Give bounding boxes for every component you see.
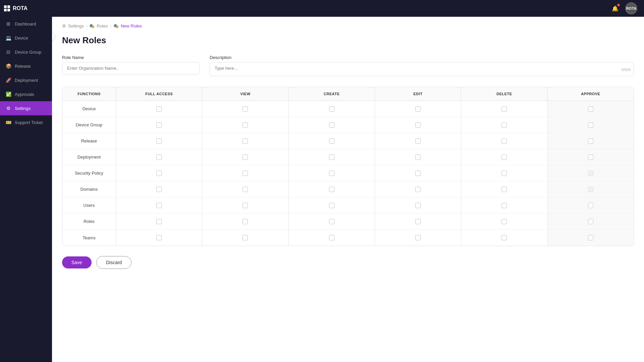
checkbox-approve-device-group[interactable] [588,122,593,128]
breadcrumb-sep-2: › [110,23,111,28]
checkbox-edit-device[interactable] [415,106,421,112]
checkbox-view-device-group[interactable] [243,122,248,128]
checkbox-create-users[interactable] [329,203,334,208]
checkbox-delete-device-group[interactable] [501,122,507,128]
sidebar-item-dashboard[interactable]: ⊞ Dashboard [0,17,52,31]
checkbox-approve-users[interactable] [588,203,593,208]
sidebar-item-label: Dashboard [15,21,36,26]
checkbox-view-users[interactable] [243,203,248,208]
view-header: VIEW [202,87,288,101]
app-name: ROTA [13,5,28,11]
checkbox-create-deployment[interactable] [329,155,334,160]
view-teams [202,230,288,246]
checkbox-full-access-device[interactable] [156,106,162,112]
role-name-input[interactable] [62,62,200,74]
checkbox-approve-release[interactable] [588,138,593,144]
checkbox-create-device[interactable] [329,106,334,112]
checkbox-delete-device[interactable] [501,106,507,112]
edit-roles [375,214,461,230]
checkbox-view-deployment[interactable] [243,155,248,160]
checkbox-full-access-security[interactable] [156,171,162,176]
description-input[interactable] [210,62,634,76]
checkbox-view-roles[interactable] [243,219,248,224]
checkbox-edit-domains[interactable] [415,187,421,192]
sidebar: ROTA ⊞ Dashboard 💻 Device ⊟ Device Group… [0,0,52,362]
checkbox-edit-device-group[interactable] [415,122,421,128]
delete-domains [461,181,547,197]
discard-button[interactable]: Discard [96,256,131,269]
functions-header: FUNCTIONS [62,87,116,101]
checkbox-full-access-deployment[interactable] [156,155,162,160]
create-users [289,197,375,214]
sidebar-item-deployment[interactable]: 🚀 Deployment [0,73,52,87]
save-button[interactable]: Save [62,256,92,268]
checkbox-view-release[interactable] [243,138,248,144]
function-cell-domains: Domains [62,181,116,197]
main-area: 🔔 ROTA ‹ ⚙ Settings › 🎭 Roles › 🎭 New Ro… [52,0,644,362]
checkbox-create-security[interactable] [329,171,334,176]
checkbox-full-access-teams[interactable] [156,235,162,240]
approve-column: APPROVE [548,87,634,246]
checkbox-delete-users[interactable] [501,203,507,208]
edit-security [375,165,461,181]
checkbox-edit-security[interactable] [415,171,421,176]
sidebar-item-label: Support Ticket [15,120,43,125]
checkbox-view-device[interactable] [243,106,248,112]
checkbox-approve-device[interactable] [588,106,593,112]
avatar[interactable]: ROTA [625,2,637,14]
permissions-table: FUNCTIONS Device Device Group Release De… [62,87,634,246]
checkbox-edit-deployment[interactable] [415,155,421,160]
checkbox-delete-security[interactable] [501,171,507,176]
description-group: Description 0/500 [210,55,634,77]
checkbox-create-device-group[interactable] [329,122,334,128]
checkbox-create-roles[interactable] [329,219,334,224]
checkbox-full-access-users[interactable] [156,203,162,208]
checkbox-view-teams[interactable] [243,235,248,240]
breadcrumb-roles[interactable]: Roles [97,23,108,28]
checkbox-view-security[interactable] [243,171,248,176]
notification-button[interactable]: 🔔 [610,3,621,14]
checkbox-approve-deployment[interactable] [588,155,593,160]
release-icon: 📦 [5,63,11,69]
checkbox-approve-security [588,171,593,176]
sidebar-item-support-ticket[interactable]: 🎫 Support Ticket [0,115,52,129]
checkbox-delete-teams[interactable] [501,235,507,240]
function-cell-roles: Roles [62,214,116,230]
checkbox-create-teams[interactable] [329,235,334,240]
checkbox-view-domains[interactable] [243,187,248,192]
checkbox-full-access-roles[interactable] [156,219,162,224]
sidebar-item-device-group[interactable]: ⊟ Device Group [0,45,52,59]
approve-release [548,133,634,149]
checkbox-full-access-device-group[interactable] [156,122,162,128]
create-teams [289,230,375,246]
checkbox-delete-domains[interactable] [501,187,507,192]
delete-release [461,133,547,149]
checkbox-create-domains[interactable] [329,187,334,192]
checkbox-approve-domains [588,187,593,192]
delete-roles [461,214,547,230]
approve-roles [548,214,634,230]
sidebar-item-release[interactable]: 📦 Release [0,59,52,73]
view-release [202,133,288,149]
checkbox-delete-deployment[interactable] [501,155,507,160]
sidebar-item-approvals[interactable]: ✅ Approvals [0,87,52,101]
checkbox-full-access-domains[interactable] [156,187,162,192]
checkbox-approve-teams[interactable] [588,235,593,240]
settings-icon: ⚙ [5,105,11,111]
checkbox-full-access-release[interactable] [156,138,162,144]
checkbox-edit-release[interactable] [415,138,421,144]
breadcrumb-settings[interactable]: Settings [68,23,84,28]
device-group-icon: ⊟ [5,49,11,55]
checkbox-edit-roles[interactable] [415,219,421,224]
checkbox-approve-roles[interactable] [588,219,593,224]
checkbox-create-release[interactable] [329,138,334,144]
sidebar-item-settings[interactable]: ⚙ Settings [0,101,52,115]
checkbox-edit-teams[interactable] [415,235,421,240]
avatar-text: ROTA [626,6,636,10]
checkbox-delete-roles[interactable] [501,219,507,224]
full-access-teams [116,230,202,246]
checkbox-edit-users[interactable] [415,203,421,208]
delete-teams [461,230,547,246]
sidebar-item-device[interactable]: 💻 Device [0,31,52,45]
checkbox-delete-release[interactable] [501,138,507,144]
